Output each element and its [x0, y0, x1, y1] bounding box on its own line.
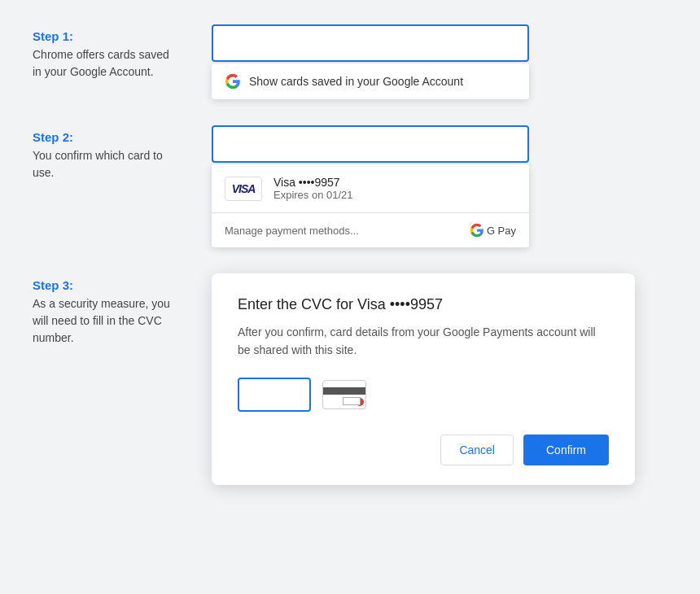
cancel-button[interactable]: Cancel	[440, 435, 514, 465]
step3-row: Step 3: As a security measure, you will …	[33, 273, 667, 485]
cvc-desc: After you confirm, card details from you…	[238, 323, 609, 360]
gpay-g-icon	[470, 223, 484, 238]
step1-desc: Chrome offers cards saved in your Google…	[33, 46, 179, 81]
cvc-dialog: Enter the CVC for Visa ••••9957 After yo…	[212, 273, 635, 485]
step3-title: Step 3:	[33, 278, 179, 292]
step1-row: Step 1: Chrome offers cards saved in you…	[33, 24, 667, 99]
step2-desc: You confirm which card to use.	[33, 147, 179, 181]
dialog-buttons: Cancel Confirm	[238, 435, 609, 465]
cvc-card-icon	[322, 380, 366, 409]
step3-desc: As a security measure, you will need to …	[33, 295, 179, 347]
step2-row: Step 2: You confirm which card to use. V…	[33, 125, 667, 247]
manage-text[interactable]: Manage payment methods...	[225, 225, 359, 237]
manage-row: Manage payment methods... G Pay	[212, 213, 529, 247]
step2-dropdown: VISA Visa ••••9957 Expires on 01/21 Mana…	[212, 164, 529, 247]
visa-logo: VISA	[225, 177, 262, 201]
cvc-input[interactable]	[238, 378, 311, 412]
step1-content: Show cards saved in your Google Account	[212, 24, 667, 99]
cvc-box	[343, 397, 361, 405]
step1-title: Step 1:	[33, 29, 179, 43]
card-info: Visa ••••9957 Expires on 01/21	[273, 176, 516, 201]
show-cards-text: Show cards saved in your Google Account	[249, 75, 463, 88]
google-g-icon	[225, 73, 241, 90]
step3-label: Step 3: As a security measure, you will …	[33, 273, 179, 347]
step3-content: Enter the CVC for Visa ••••9957 After yo…	[212, 273, 667, 485]
card-expiry: Expires on 01/21	[273, 189, 516, 201]
cvc-title: Enter the CVC for Visa ••••9957	[238, 296, 609, 313]
step1-dropdown: Show cards saved in your Google Account	[212, 63, 529, 99]
step2-label: Step 2: You confirm which card to use.	[33, 125, 179, 181]
visa-card-item[interactable]: VISA Visa ••••9957 Expires on 01/21	[212, 164, 529, 212]
main-container: Step 1: Chrome offers cards saved in you…	[33, 24, 667, 485]
cvc-input-row	[238, 378, 609, 412]
step1-label: Step 1: Chrome offers cards saved in you…	[33, 24, 179, 81]
step1-input[interactable]	[212, 24, 529, 62]
show-cards-item[interactable]: Show cards saved in your Google Account	[212, 63, 529, 99]
step2-input[interactable]	[212, 125, 529, 163]
step2-content: VISA Visa ••••9957 Expires on 01/21 Mana…	[212, 125, 667, 247]
gpay-badge: G Pay	[470, 223, 516, 238]
cvc-stripe	[323, 387, 365, 395]
confirm-button[interactable]: Confirm	[523, 435, 609, 465]
gpay-text: G Pay	[487, 225, 516, 237]
step2-title: Step 2:	[33, 130, 179, 144]
card-name: Visa ••••9957	[273, 176, 516, 189]
